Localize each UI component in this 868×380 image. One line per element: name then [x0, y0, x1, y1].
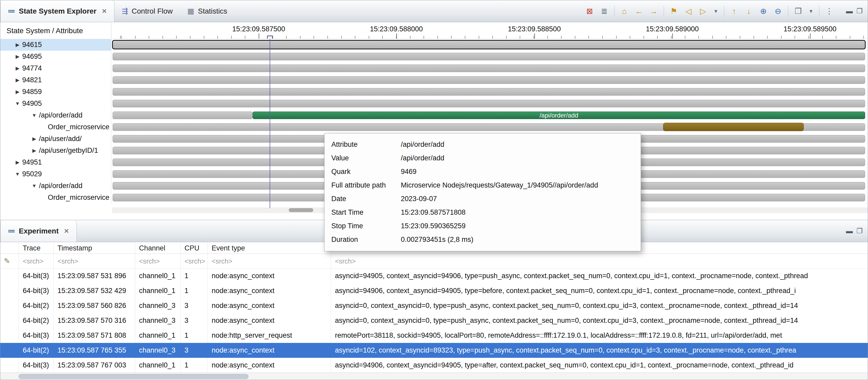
- next-marker-icon[interactable]: ▷: [699, 6, 708, 16]
- axis-major-tick: [396, 33, 397, 39]
- timeline-row[interactable]: Order_microservice: [0, 121, 868, 133]
- minimize-button[interactable]: ▬: [846, 227, 853, 235]
- events-hscrollbar-thumb[interactable]: [19, 374, 248, 379]
- col-header-trace[interactable]: Trace: [19, 242, 53, 254]
- timeline-hscrollbar-thumb[interactable]: [289, 208, 313, 212]
- state-interval-bar[interactable]: [113, 112, 253, 119]
- collapse-arrow-icon[interactable]: ▼: [13, 101, 22, 106]
- event-table[interactable]: Trace Timestamp Channel CPU Event type ✎…: [0, 242, 868, 380]
- search-input-cpu[interactable]: <srch>: [180, 254, 208, 268]
- expand-arrow-icon[interactable]: ▶: [13, 159, 22, 165]
- cell-cpu: 3: [180, 343, 208, 358]
- select-next-state-icon[interactable]: →: [649, 6, 658, 16]
- col-header-channel[interactable]: Channel: [135, 242, 180, 254]
- collapse-arrow-icon[interactable]: ▼: [13, 171, 22, 177]
- select-prev-state-icon[interactable]: ←: [634, 6, 644, 16]
- time-axis[interactable]: 15:23:09.587500 15:23:09.588000 15:23:09…: [111, 23, 868, 39]
- timeline-row[interactable]: ▶ 94859: [0, 86, 868, 98]
- close-tab-icon[interactable]: ✕: [64, 227, 69, 235]
- timeline-row[interactable]: ▶ 94821: [0, 74, 868, 86]
- search-input-channel[interactable]: <srch>: [135, 254, 180, 268]
- col-header-timestamp[interactable]: Timestamp: [53, 242, 135, 254]
- state-interval-bar[interactable]: [113, 64, 865, 72]
- expand-arrow-icon[interactable]: ▶: [13, 54, 22, 60]
- home-icon[interactable]: ⌂: [620, 6, 629, 16]
- prev-marker-icon[interactable]: ◁: [684, 6, 693, 16]
- tree-item-94905[interactable]: ▼ 94905: [0, 98, 111, 109]
- tab-control-flow[interactable]: ⇶ Control Flow: [115, 0, 180, 22]
- collapse-arrow-icon[interactable]: ▼: [30, 183, 39, 189]
- close-tab-icon[interactable]: ✕: [102, 7, 107, 15]
- zoom-in-icon[interactable]: ⊕: [759, 6, 768, 16]
- state-interval-bar[interactable]: [113, 88, 865, 96]
- expand-arrow-icon[interactable]: ▶: [13, 77, 22, 83]
- search-input-contents[interactable]: <srch>: [331, 254, 868, 268]
- event-row-selected[interactable]: 64-bit(2) 15:23:09.587 765 355 channel0_…: [0, 343, 868, 358]
- view-menu-icon[interactable]: ⋮: [825, 6, 834, 16]
- cell-channel: channel0_1: [135, 268, 180, 283]
- timeline-row[interactable]: ▶ 94774: [0, 62, 868, 74]
- tab-experiment[interactable]: ≔ Experiment ✕: [0, 220, 77, 242]
- timeline-row[interactable]: ▶ 94615: [0, 39, 868, 51]
- event-row[interactable]: 64-bit(3) 15:23:09.587 767 003 channel0_…: [0, 358, 868, 373]
- expand-arrow-icon[interactable]: ▶: [13, 65, 22, 71]
- event-row[interactable]: 64-bit(2) 15:23:09.587 570 316 channel0_…: [0, 313, 868, 328]
- event-row[interactable]: 64-bit(2) 15:23:09.587 560 826 channel0_…: [0, 298, 868, 313]
- move-up-icon[interactable]: ↑: [730, 6, 739, 16]
- move-down-icon[interactable]: ↓: [744, 6, 753, 16]
- expand-arrow-icon[interactable]: ▶: [30, 148, 39, 154]
- state-interval-bar[interactable]: [113, 53, 865, 60]
- maximize-button[interactable]: ❐: [857, 7, 863, 15]
- search-input-trace[interactable]: <srch>: [19, 254, 53, 268]
- minimize-button[interactable]: ▬: [846, 7, 853, 15]
- clear-filters-icon[interactable]: ⊠: [585, 6, 594, 16]
- timeline-row[interactable]: ▼ 94905: [0, 98, 868, 109]
- state-interval-green-bar[interactable]: /api/order/add: [253, 112, 865, 119]
- tree-item-94615[interactable]: ▶ 94615: [0, 39, 111, 51]
- add-bookmark-icon[interactable]: ⚑: [669, 6, 679, 16]
- show-legend-icon[interactable]: ≣: [600, 6, 609, 16]
- tree-item-94951[interactable]: ▶ 94951: [0, 156, 111, 168]
- expand-arrow-icon[interactable]: ▶: [30, 136, 39, 142]
- timeline-row[interactable]: ▼ /api/order/add /api/order/add: [0, 109, 868, 121]
- tree-item-api-user-getbyid[interactable]: ▶ /api/user/getbyID/1: [0, 145, 111, 156]
- tree-item-94821[interactable]: ▶ 94821: [0, 74, 111, 86]
- tree-item-94859[interactable]: ▶ 94859: [0, 86, 111, 98]
- event-row[interactable]: 64-bit(3) 15:23:09.587 571 808 channel0_…: [0, 328, 868, 343]
- col-header-event-type[interactable]: Event type: [208, 242, 331, 254]
- search-input-timestamp[interactable]: <srch>: [53, 254, 135, 268]
- tree-item-api-user-add[interactable]: ▶ /api/user/add/: [0, 133, 111, 145]
- tree-item-order-microservice[interactable]: Order_microservice: [0, 121, 111, 133]
- search-input-event-type[interactable]: <srch>: [208, 254, 331, 268]
- marker-dropdown-icon[interactable]: ▾: [713, 6, 719, 16]
- tree-item-api-order-add[interactable]: ▼ /api/order/add: [0, 109, 111, 121]
- tree-item-94774[interactable]: ▶ 94774: [0, 62, 111, 74]
- expand-arrow-icon[interactable]: ▶: [13, 89, 22, 95]
- tree-item-order-microservice-2[interactable]: Order_microservice: [0, 192, 111, 203]
- expand-arrow-icon[interactable]: ▶: [13, 42, 22, 48]
- tree-item-api-order-add-2[interactable]: ▼ /api/order/add: [0, 180, 111, 192]
- tree-item-95029[interactable]: ▼ 95029: [0, 168, 111, 180]
- maximize-button[interactable]: ❐: [857, 227, 863, 235]
- events-hscrollbar-track[interactable]: [0, 373, 868, 380]
- state-interval-bar[interactable]: [113, 100, 865, 107]
- tab-state-system-explorer[interactable]: ≔ State System Explorer ✕: [0, 0, 115, 22]
- zoom-out-icon[interactable]: ⊖: [773, 6, 783, 16]
- event-row[interactable]: 64-bit(3) 15:23:09.587 532 429 channel0_…: [0, 283, 868, 298]
- new-view-icon[interactable]: ❐: [794, 6, 803, 16]
- state-interval-brown-bar[interactable]: [663, 123, 804, 131]
- timeline-row[interactable]: ▶ 94695: [0, 51, 868, 62]
- tree-item-94695[interactable]: ▶ 94695: [0, 51, 111, 62]
- tab-label: Statistics: [198, 7, 227, 15]
- time-cursor-line[interactable]: [270, 39, 270, 208]
- tree-column-header[interactable]: State System / Attribute: [0, 23, 111, 39]
- state-interval-bar[interactable]: [113, 76, 865, 84]
- new-view-dropdown-icon[interactable]: ▾: [808, 6, 814, 16]
- event-row[interactable]: 64-bit(3) 15:23:09.587 531 896 channel0_…: [0, 268, 868, 283]
- collapse-arrow-icon[interactable]: ▼: [30, 113, 39, 118]
- time-cursor-handle[interactable]: [267, 35, 273, 39]
- state-interval-bar-selected[interactable]: [112, 40, 866, 50]
- tooltip-value: 2023-09-07: [401, 195, 437, 203]
- col-header-cpu[interactable]: CPU: [180, 242, 208, 254]
- tab-statistics[interactable]: ▦ Statistics: [180, 0, 235, 22]
